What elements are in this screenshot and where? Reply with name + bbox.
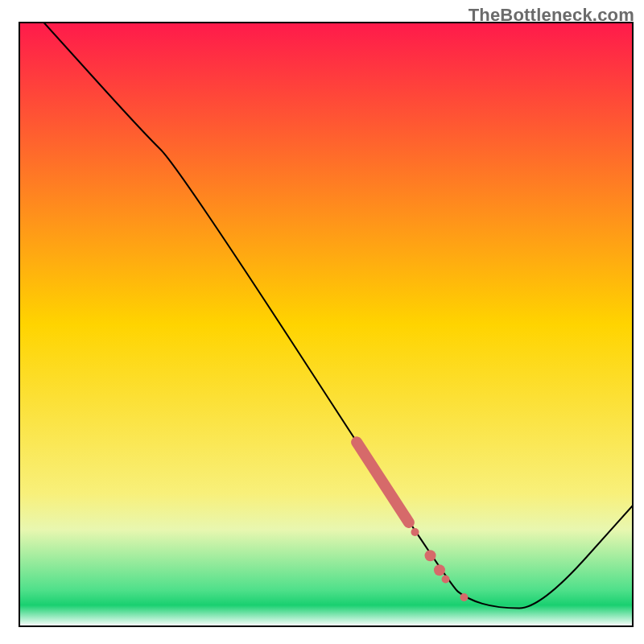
bottleneck-chart [0,0,644,644]
highlight-dot [425,550,436,561]
plot-area [19,23,633,626]
highlight-dot [460,593,468,601]
highlight-dot [442,576,450,584]
highlight-dot [411,528,419,536]
highlight-dot [434,564,445,576]
chart-stage: TheBottleneck.com [0,0,644,644]
gradient-background [19,23,633,626]
